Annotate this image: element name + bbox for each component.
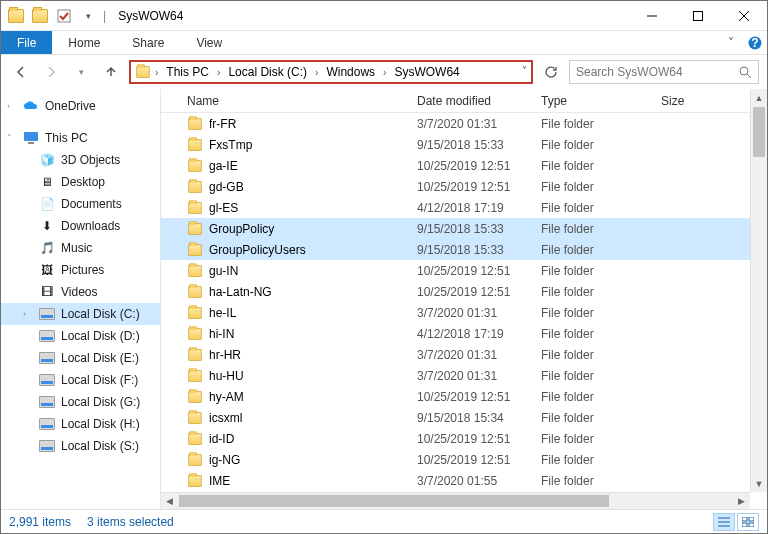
navigation-pane[interactable]: › OneDrive ˅ This PC 🧊3D Objects🖥Desktop…	[1, 89, 161, 509]
svg-rect-17	[749, 523, 754, 527]
column-header-size[interactable]: Size	[661, 94, 721, 108]
column-headers: Name Date modified Type Size	[161, 89, 767, 113]
file-type: File folder	[541, 411, 661, 425]
table-row[interactable]: ha-Latn-NG10/25/2019 12:51File folder	[161, 281, 767, 302]
table-row[interactable]: IME3/7/2020 01:55File folder	[161, 470, 767, 491]
scroll-down-icon[interactable]: ▼	[751, 475, 767, 492]
search-box[interactable]	[569, 60, 759, 84]
breadcrumb-current[interactable]: SysWOW64	[390, 62, 463, 82]
refresh-button[interactable]	[539, 60, 563, 84]
nav-library-item[interactable]: 📄Documents	[1, 193, 160, 215]
chevron-right-icon[interactable]: ›	[315, 67, 318, 78]
address-dropdown-icon[interactable]: ˅	[522, 65, 527, 76]
help-icon[interactable]: ?	[743, 31, 767, 54]
table-row[interactable]: icsxml9/15/2018 15:34File folder	[161, 407, 767, 428]
search-input[interactable]	[576, 65, 726, 79]
search-icon[interactable]	[739, 66, 752, 79]
table-row[interactable]: hi-IN4/12/2018 17:19File folder	[161, 323, 767, 344]
table-row[interactable]: he-IL3/7/2020 01:31File folder	[161, 302, 767, 323]
tab-view[interactable]: View	[180, 31, 238, 54]
table-row[interactable]: gu-IN10/25/2019 12:51File folder	[161, 260, 767, 281]
file-type: File folder	[541, 432, 661, 446]
forward-button[interactable]	[39, 60, 63, 84]
scrollbar-thumb[interactable]	[753, 107, 765, 157]
nav-drive-item[interactable]: Local Disk (S:)	[1, 435, 160, 457]
table-row[interactable]: gl-ES4/12/2018 17:19File folder	[161, 197, 767, 218]
quick-access-toolbar: ▾ |	[1, 5, 112, 27]
tab-home[interactable]: Home	[52, 31, 116, 54]
nav-drive-item[interactable]: Local Disk (E:)	[1, 347, 160, 369]
qat-dropdown-icon[interactable]: ▾	[77, 5, 99, 27]
chevron-right-icon[interactable]: ›	[383, 67, 386, 78]
chevron-right-icon[interactable]: ›	[23, 309, 26, 319]
table-row[interactable]: hy-AM10/25/2019 12:51File folder	[161, 386, 767, 407]
scroll-left-icon[interactable]: ◀	[161, 493, 178, 509]
file-name: ga-IE	[209, 159, 238, 173]
svg-rect-14	[742, 517, 747, 521]
table-row[interactable]: fr-FR3/7/2020 01:31File folder	[161, 113, 767, 134]
table-row[interactable]: FxsTmp9/15/2018 15:33File folder	[161, 134, 767, 155]
file-name: icsxml	[209, 411, 242, 425]
nav-drive-item[interactable]: ›Local Disk (C:)	[1, 303, 160, 325]
table-row[interactable]: GroupPolicy9/15/2018 15:33File folder	[161, 218, 767, 239]
nav-drive-item[interactable]: Local Disk (F:)	[1, 369, 160, 391]
close-button[interactable]	[721, 1, 767, 31]
chevron-right-icon[interactable]: ›	[155, 67, 158, 78]
maximize-button[interactable]	[675, 1, 721, 31]
minimize-button[interactable]	[629, 1, 675, 31]
nav-library-item[interactable]: 🖥Desktop	[1, 171, 160, 193]
back-button[interactable]	[9, 60, 33, 84]
file-type: File folder	[541, 453, 661, 467]
table-row[interactable]: ig-NG10/25/2019 12:51File folder	[161, 449, 767, 470]
thumbnails-view-button[interactable]	[737, 513, 759, 531]
details-view-button[interactable]	[713, 513, 735, 531]
file-date: 10/25/2019 12:51	[417, 159, 541, 173]
breadcrumb-this-pc[interactable]: This PC	[162, 62, 213, 82]
library-icon: ⬇	[39, 218, 55, 234]
ribbon-collapse-icon[interactable]: ˅	[719, 31, 743, 54]
nav-library-item[interactable]: 🧊3D Objects	[1, 149, 160, 171]
nav-onedrive[interactable]: › OneDrive	[1, 95, 160, 117]
table-row[interactable]: GroupPolicyUsers9/15/2018 15:33File fold…	[161, 239, 767, 260]
file-date: 10/25/2019 12:51	[417, 264, 541, 278]
table-row[interactable]: hu-HU3/7/2020 01:31File folder	[161, 365, 767, 386]
scrollbar-thumb[interactable]	[179, 495, 609, 507]
nav-library-item[interactable]: 🎵Music	[1, 237, 160, 259]
column-header-name[interactable]: Name	[169, 94, 417, 108]
vertical-scrollbar[interactable]: ▲ ▼	[750, 89, 767, 492]
chevron-right-icon[interactable]: ›	[7, 101, 10, 111]
nav-drive-item[interactable]: Local Disk (D:)	[1, 325, 160, 347]
nav-library-item[interactable]: 🎞Videos	[1, 281, 160, 303]
scroll-up-icon[interactable]: ▲	[751, 89, 767, 106]
scroll-right-icon[interactable]: ▶	[733, 493, 750, 509]
chevron-down-icon[interactable]: ˅	[7, 133, 12, 143]
breadcrumb-windows[interactable]: Windows	[322, 62, 379, 82]
nav-drive-item[interactable]: Local Disk (H:)	[1, 413, 160, 435]
svg-rect-16	[742, 523, 747, 527]
horizontal-scrollbar[interactable]: ◀ ▶	[161, 492, 750, 509]
nav-label: Desktop	[61, 175, 105, 189]
ribbon: File Home Share View ˅ ?	[1, 31, 767, 55]
nav-library-item[interactable]: 🖼Pictures	[1, 259, 160, 281]
column-header-date[interactable]: Date modified	[417, 94, 541, 108]
breadcrumb-drive[interactable]: Local Disk (C:)	[224, 62, 311, 82]
nav-drive-item[interactable]: Local Disk (G:)	[1, 391, 160, 413]
up-button[interactable]	[99, 60, 123, 84]
nav-library-item[interactable]: ⬇Downloads	[1, 215, 160, 237]
tab-share[interactable]: Share	[116, 31, 180, 54]
table-row[interactable]: ga-IE10/25/2019 12:51File folder	[161, 155, 767, 176]
folder-icon	[187, 263, 203, 279]
file-name: hy-AM	[209, 390, 244, 404]
table-row[interactable]: gd-GB10/25/2019 12:51File folder	[161, 176, 767, 197]
folder-icon	[187, 179, 203, 195]
properties-icon[interactable]	[53, 5, 75, 27]
file-tab[interactable]: File	[1, 31, 52, 54]
drive-icon	[39, 438, 55, 454]
table-row[interactable]: id-ID10/25/2019 12:51File folder	[161, 428, 767, 449]
recent-locations-dropdown[interactable]: ▾	[69, 60, 93, 84]
table-row[interactable]: hr-HR3/7/2020 01:31File folder	[161, 344, 767, 365]
column-header-type[interactable]: Type	[541, 94, 661, 108]
chevron-right-icon[interactable]: ›	[217, 67, 220, 78]
address-bar[interactable]: › This PC › Local Disk (C:) › Windows › …	[129, 60, 533, 84]
nav-this-pc[interactable]: ˅ This PC	[1, 127, 160, 149]
